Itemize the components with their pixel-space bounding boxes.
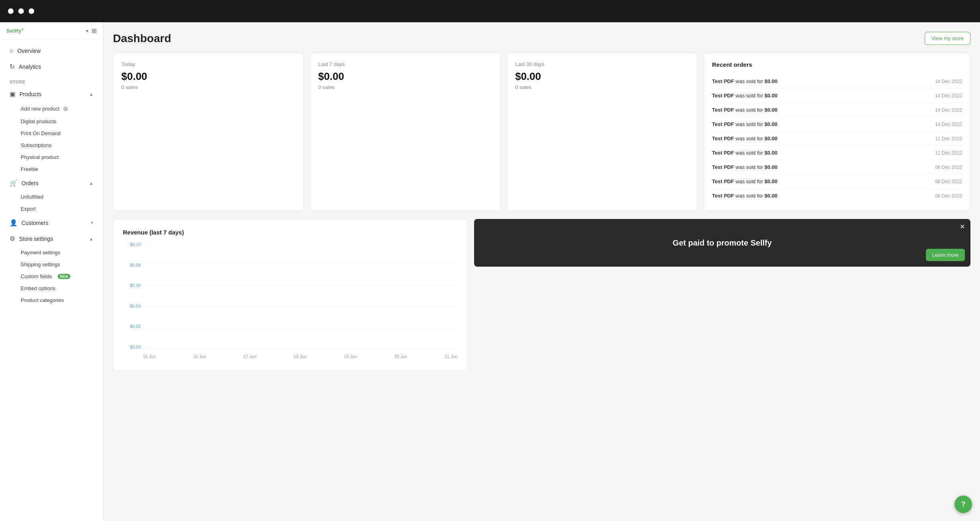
new-badge: New	[58, 274, 71, 279]
sidebar-item-label: Physical product	[21, 154, 58, 160]
stat-label-last7: Last 7 days	[318, 61, 492, 67]
sidebar-item-label: Store settings	[19, 236, 85, 242]
sidebar-item-analytics[interactable]: ↻ Analytics	[3, 59, 100, 74]
chart-container: $0.10$0.08$0.06$0.04$0.02$0.00 15 Jun16 …	[123, 242, 458, 361]
page-title: Dashboard	[113, 32, 171, 45]
sidebar-header-right: ▾ ⊞	[86, 27, 97, 35]
stat-value-last7: $0.00	[318, 70, 492, 83]
stat-sub-last7: 0 sales	[318, 84, 492, 90]
grid-line-1	[143, 242, 458, 242]
store-settings-chevron-icon: ▲	[89, 236, 93, 241]
order-row: Test PDF was sold for $0.00 08 Dec 2022	[712, 174, 962, 189]
sidebar-item-embed-options[interactable]: Embed options	[3, 283, 100, 294]
chart-x-labels: 15 Jun16 Jun17 Jun18 Jun19 Jun20 Jun21 J…	[143, 352, 458, 361]
sidebar-item-overview[interactable]: ○ Overview	[3, 43, 100, 58]
promo-close-icon[interactable]: ✕	[960, 223, 965, 230]
order-text: Test PDF was sold for $0.00	[712, 93, 778, 99]
order-text: Test PDF was sold for $0.00	[712, 193, 778, 199]
stat-sub-today: 0 sales	[121, 84, 295, 90]
sidebar-item-digital-products[interactable]: Digital products	[3, 116, 100, 127]
stat-card-last30: Last 30 days $0.00 0 sales	[507, 53, 697, 211]
chart-y-label: $0.06	[123, 283, 141, 288]
chart-x-label: 17 Jun	[243, 354, 257, 359]
help-button[interactable]: ?	[955, 496, 972, 513]
chart-y-label: $0.00	[123, 345, 141, 349]
stat-card-today: Today $0.00 0 sales	[113, 53, 303, 211]
sidebar-item-print-on-demand[interactable]: Print On Demand	[3, 128, 100, 139]
sidebar-item-label: Print On Demand	[21, 130, 60, 136]
add-product-icon: ⊕	[63, 105, 68, 112]
products-chevron-icon: ▲	[89, 92, 93, 97]
sidebar-item-label: Payment settings	[21, 250, 60, 256]
sidebar-item-unfulfilled[interactable]: Unfulfilled	[3, 191, 100, 203]
store-section-label: Store	[0, 75, 103, 86]
chart-plot	[143, 242, 458, 349]
app-body: Sellfy® ▾ ⊞ ○ Overview ↻ Analytics Store	[0, 22, 980, 521]
sidebar-item-custom-fields[interactable]: Custom fields New	[3, 271, 100, 282]
sidebar-item-shipping-settings[interactable]: Shipping settings	[3, 259, 100, 270]
promo-banner: Get paid to promote Sellfy ✕ Learn more	[474, 219, 970, 267]
sidebar-item-add-new-product[interactable]: Add new product ⊕	[3, 102, 100, 115]
order-date: 14 Dec 2022	[935, 79, 962, 84]
chart-x-label: 20 Jun	[394, 354, 407, 359]
order-text: Test PDF was sold for $0.00	[712, 107, 778, 113]
view-store-button[interactable]: View my store	[925, 32, 970, 45]
stat-label-today: Today	[121, 61, 295, 67]
order-row: Test PDF was sold for $0.00 08 Dec 2022	[712, 189, 962, 203]
sidebar-item-label: Export	[21, 206, 36, 212]
sidebar-item-store-settings[interactable]: ⚙ Store settings ▲	[3, 231, 100, 246]
top-bar	[0, 0, 980, 22]
order-date: 14 Dec 2022	[935, 107, 962, 113]
window-dot-3	[29, 8, 34, 14]
sidebar-item-label: Freebie	[21, 166, 38, 172]
sidebar-item-label: Shipping settings	[21, 261, 60, 267]
sidebar-item-products[interactable]: ▣ Products ▲	[3, 86, 100, 102]
sidebar-item-label: Subscriptions	[21, 142, 52, 148]
order-row: Test PDF was sold for $0.00 11 Dec 2022	[712, 132, 962, 146]
sidebar-item-label: Orders	[21, 180, 85, 186]
sidebar-nav: ○ Overview ↻ Analytics Store ▣ Products …	[0, 40, 103, 521]
sidebar: Sellfy® ▾ ⊞ ○ Overview ↻ Analytics Store	[0, 22, 103, 521]
customers-chevron-icon: ▾	[91, 220, 93, 225]
recent-orders-card: Recent orders Test PDF was sold for $0.0…	[704, 53, 970, 211]
recent-orders-title: Recent orders	[712, 61, 962, 68]
sidebar-item-label: Digital products	[21, 118, 56, 124]
orders-chevron-icon: ▲	[89, 181, 93, 186]
store-settings-icon: ⚙	[10, 235, 15, 242]
order-row: Test PDF was sold for $0.00 08 Dec 2022	[712, 160, 962, 174]
sidebar-grid-icon[interactable]: ⊞	[91, 27, 97, 35]
sidebar-item-payment-settings[interactable]: Payment settings	[3, 247, 100, 258]
stats-row: Today $0.00 0 sales Last 7 days $0.00 0 …	[113, 53, 970, 211]
sidebar-item-freebie[interactable]: Freebie	[3, 163, 100, 175]
order-row: Test PDF was sold for $0.00 14 Dec 2022	[712, 74, 962, 89]
page-header: Dashboard View my store	[113, 32, 970, 45]
store-settings-submenu: Payment settings Shipping settings Custo…	[0, 247, 103, 306]
order-date: 14 Dec 2022	[935, 122, 962, 127]
order-text: Test PDF was sold for $0.00	[712, 178, 778, 184]
order-date: 08 Dec 2022	[935, 165, 962, 170]
overview-icon: ○	[10, 47, 14, 54]
stat-value-last30: $0.00	[515, 70, 689, 83]
order-row: Test PDF was sold for $0.00 11 Dec 2022	[712, 146, 962, 160]
promo-action-button[interactable]: Learn more	[926, 249, 965, 261]
sidebar-item-label: Analytics	[19, 64, 93, 70]
main-content: Dashboard View my store Today $0.00 0 sa…	[103, 22, 980, 521]
promo-text: Get paid to promote Sellfy	[673, 238, 772, 248]
sidebar-item-product-categories[interactable]: Product categories	[3, 294, 100, 306]
sidebar-item-subscriptions[interactable]: Subscriptions	[3, 139, 100, 151]
chart-x-label: 15 Jun	[143, 354, 156, 359]
sidebar-item-customers[interactable]: 👤 Customers ▾	[3, 215, 100, 230]
chart-y-label: $0.04	[123, 304, 141, 308]
grid-line-5	[143, 328, 458, 328]
sidebar-item-export[interactable]: Export	[3, 203, 100, 215]
sidebar-item-physical-product[interactable]: Physical product	[3, 151, 100, 163]
chart-title: Revenue (last 7 days)	[123, 229, 458, 236]
stat-label-last30: Last 30 days	[515, 61, 689, 67]
sidebar-item-label: Overview	[18, 48, 93, 54]
sidebar-collapse-icon[interactable]: ▾	[86, 28, 88, 34]
order-date: 08 Dec 2022	[935, 193, 962, 199]
sidebar-item-orders[interactable]: 🛒 Orders ▲	[3, 175, 100, 191]
order-date: 11 Dec 2022	[935, 136, 962, 141]
order-date: 08 Dec 2022	[935, 179, 962, 184]
order-text: Test PDF was sold for $0.00	[712, 164, 778, 170]
